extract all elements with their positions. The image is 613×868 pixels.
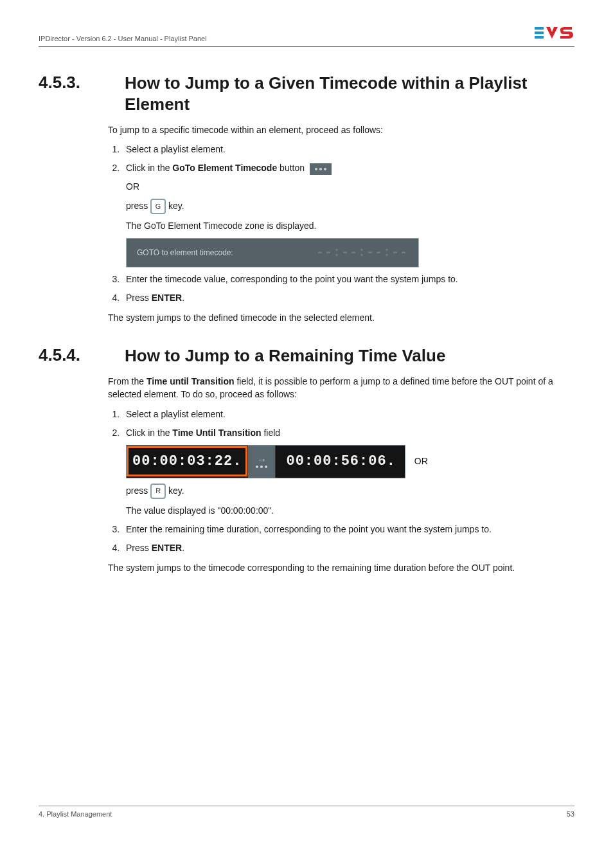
step-2-or: OR — [126, 180, 574, 194]
arrow-right-icon: → — [257, 455, 267, 464]
outro-454: The system jumps to the timecode corresp… — [108, 561, 574, 574]
press-text-b: key. — [166, 485, 184, 495]
section-number: 4.5.4. — [39, 345, 108, 366]
goto-element-button-icon — [310, 163, 332, 175]
step-1: Select a playlist element. — [122, 143, 574, 156]
step-4: Press ENTER. — [122, 291, 574, 305]
goto-label: GOTO to element timecode: — [137, 247, 233, 258]
step-3: Enter the timecode value, corresponding … — [122, 273, 574, 286]
step-2-or: OR — [414, 455, 428, 468]
step-4-b: ENTER — [152, 293, 182, 303]
svg-rect-2 — [535, 36, 544, 39]
goto-timecode-value: --:--:--:-- — [316, 243, 408, 262]
steps-list-453: Select a playlist element. Click in the … — [108, 143, 574, 305]
outro-453: The system jumps to the defined timecode… — [108, 311, 574, 324]
step-2-press: press R key. — [126, 484, 574, 499]
dots-icon — [256, 466, 267, 468]
time-until-transition-display: 00:00:03:22. → 00:00:56:06. — [126, 445, 405, 478]
tc-right-value: 00:00:56:06. — [276, 448, 404, 475]
step-2-text-c: button — [277, 163, 307, 173]
key-r: R — [150, 484, 166, 499]
step-2-text-a: Click in the — [126, 428, 172, 438]
step-2-result: The GoTo Element Timecode zone is displa… — [126, 219, 574, 233]
page-header: IPDirector - Version 6.2 - User Manual -… — [39, 26, 574, 47]
tc-left-value: 00:00:03:22. — [127, 446, 247, 476]
step-2-text-b: Time Until Transition — [172, 428, 261, 438]
intro-b: Time until Transition — [147, 376, 235, 386]
step-4-a: Press — [126, 293, 152, 303]
press-text-a: press — [126, 485, 150, 495]
step-2-result: The value displayed is "00:00:00:00". — [126, 504, 574, 518]
header-title: IPDirector - Version 6.2 - User Manual -… — [39, 35, 207, 42]
step-4-b: ENTER — [152, 543, 182, 553]
step-2-text-a: Click in the — [126, 163, 172, 173]
press-text-b: key. — [166, 201, 184, 211]
intro-text: To jump to a specific timecode within an… — [108, 123, 574, 136]
key-g: G — [150, 199, 166, 214]
evs-logo — [535, 26, 574, 42]
section-number: 4.5.3. — [39, 73, 108, 114]
press-text-a: press — [126, 201, 150, 211]
step-2-press: press G key. — [126, 199, 574, 214]
section-title: How to Jump to a Given Timecode within a… — [125, 73, 574, 114]
svg-rect-1 — [535, 32, 544, 34]
step-2-text-c: field — [262, 428, 281, 438]
intro-a: From the — [108, 376, 147, 386]
step-2-text-b: GoTo Element Timecode — [172, 163, 277, 173]
step-4-c: . — [182, 543, 184, 553]
footer-left: 4. Playlist Management — [39, 810, 112, 818]
step-4-c: . — [182, 293, 184, 303]
svg-rect-0 — [535, 27, 544, 30]
section-heading-454: 4.5.4. How to Jump to a Remaining Time V… — [108, 345, 574, 366]
step-4-a: Press — [126, 543, 152, 553]
timecode-block-row: 00:00:03:22. → 00:00:56:06. OR — [126, 445, 574, 478]
tc-mid-button: → — [247, 446, 276, 478]
step-3: Enter the remaining time duration, corre… — [122, 523, 574, 536]
step-2: Click in the Time Until Transition field… — [122, 426, 574, 518]
page-footer: 4. Playlist Management 53 — [39, 806, 574, 818]
goto-timecode-bar: GOTO to element timecode: --:--:--:-- — [126, 238, 419, 267]
step-1: Select a playlist element. — [122, 408, 574, 421]
steps-list-454: Select a playlist element. Click in the … — [108, 408, 574, 555]
footer-page: 53 — [567, 810, 574, 818]
section-heading-453: 4.5.3. How to Jump to a Given Timecode w… — [108, 73, 574, 114]
section-title: How to Jump to a Remaining Time Value — [125, 345, 574, 366]
step-2: Click in the GoTo Element Timecode butto… — [122, 161, 574, 267]
step-4: Press ENTER. — [122, 541, 574, 555]
intro-454: From the Time until Transition field, it… — [108, 375, 574, 401]
